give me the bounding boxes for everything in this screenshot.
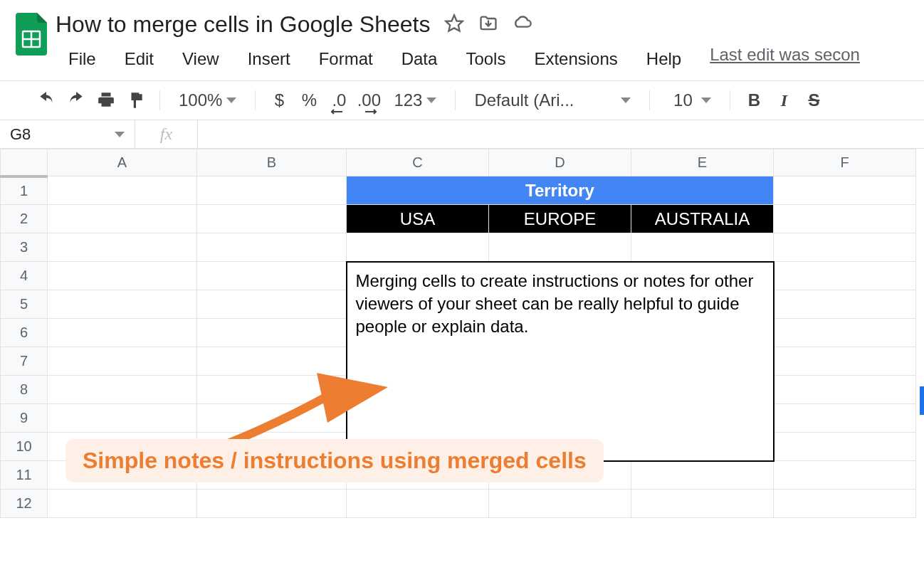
font-size-dropdown[interactable]: 10 bbox=[661, 87, 718, 114]
cell[interactable] bbox=[48, 347, 197, 376]
row-header-1[interactable]: 1 bbox=[1, 176, 48, 205]
row-header-9[interactable]: 9 bbox=[1, 404, 48, 433]
cell[interactable] bbox=[774, 376, 916, 404]
row-header-3[interactable]: 3 bbox=[1, 233, 48, 262]
cell[interactable] bbox=[48, 262, 197, 290]
grid-table[interactable]: A B C D E F 1 Territory 2 USA EUROPE AUS… bbox=[0, 149, 916, 518]
cell[interactable] bbox=[197, 490, 347, 518]
cell[interactable] bbox=[347, 461, 489, 490]
cell[interactable] bbox=[489, 461, 631, 490]
cloud-status-icon[interactable] bbox=[513, 14, 532, 33]
italic-button[interactable]: I bbox=[772, 87, 796, 114]
cell[interactable] bbox=[197, 290, 347, 319]
cell[interactable] bbox=[489, 490, 631, 518]
document-title[interactable]: How to merge cells in Google Sheets bbox=[56, 6, 430, 41]
region-cell-australia[interactable]: AUSTRALIA bbox=[631, 205, 774, 233]
row-header-10[interactable]: 10 bbox=[1, 433, 48, 461]
cell[interactable] bbox=[774, 176, 916, 205]
merged-note-cell[interactable]: Merging cells to create instructions or … bbox=[347, 262, 774, 461]
cell[interactable] bbox=[197, 376, 347, 404]
cell[interactable] bbox=[774, 490, 916, 518]
more-formats-dropdown[interactable]: 123 bbox=[387, 87, 443, 114]
menu-tools[interactable]: Tools bbox=[453, 45, 518, 73]
cell[interactable] bbox=[631, 461, 774, 490]
cell[interactable] bbox=[48, 433, 197, 461]
cell[interactable] bbox=[197, 205, 347, 233]
cell[interactable] bbox=[774, 290, 916, 319]
cell[interactable] bbox=[197, 433, 347, 461]
cell[interactable] bbox=[774, 233, 916, 262]
merged-territory-header[interactable]: Territory bbox=[347, 176, 774, 205]
region-cell-usa[interactable]: USA bbox=[347, 205, 489, 233]
cell[interactable] bbox=[197, 404, 347, 433]
cell[interactable] bbox=[197, 461, 347, 490]
print-button[interactable] bbox=[94, 87, 118, 114]
region-cell-europe[interactable]: EUROPE bbox=[489, 205, 631, 233]
menu-help[interactable]: Help bbox=[634, 45, 694, 73]
currency-button[interactable]: $ bbox=[267, 87, 291, 114]
column-header-f[interactable]: F bbox=[774, 149, 916, 176]
cell[interactable] bbox=[774, 461, 916, 490]
column-header-d[interactable]: D bbox=[489, 149, 631, 176]
percent-button[interactable]: % bbox=[297, 87, 321, 114]
menu-data[interactable]: Data bbox=[389, 45, 451, 73]
row-header-12[interactable]: 12 bbox=[1, 490, 48, 518]
menu-file[interactable]: File bbox=[56, 45, 109, 73]
row-header-2[interactable]: 2 bbox=[1, 205, 48, 233]
cell[interactable] bbox=[197, 347, 347, 376]
bold-button[interactable]: B bbox=[742, 87, 766, 114]
last-edit-link[interactable]: Last edit was secon bbox=[710, 45, 860, 73]
cell[interactable] bbox=[48, 290, 197, 319]
cell[interactable] bbox=[48, 205, 197, 233]
menu-view[interactable]: View bbox=[169, 45, 232, 73]
cell[interactable] bbox=[774, 347, 916, 376]
cell[interactable] bbox=[774, 404, 916, 433]
row-header-11[interactable]: 11 bbox=[1, 461, 48, 490]
column-header-a[interactable]: A bbox=[48, 149, 197, 176]
row-header-6[interactable]: 6 bbox=[1, 319, 48, 347]
cell[interactable] bbox=[774, 205, 916, 233]
paint-format-button[interactable] bbox=[124, 87, 148, 114]
row-header-7[interactable]: 7 bbox=[1, 347, 48, 376]
menu-format[interactable]: Format bbox=[306, 45, 386, 73]
cell[interactable] bbox=[631, 490, 774, 518]
sheets-logo-icon[interactable] bbox=[14, 13, 48, 56]
select-all-corner[interactable] bbox=[1, 149, 48, 176]
cell[interactable] bbox=[48, 404, 197, 433]
row-header-5[interactable]: 5 bbox=[1, 290, 48, 319]
increase-decimal-button[interactable]: .00 bbox=[357, 87, 381, 114]
cell[interactable] bbox=[774, 319, 916, 347]
row-header-8[interactable]: 8 bbox=[1, 376, 48, 404]
cell[interactable] bbox=[347, 490, 489, 518]
row-header-4[interactable]: 4 bbox=[1, 262, 48, 290]
decrease-decimal-button[interactable]: .0 bbox=[327, 87, 351, 114]
menu-edit[interactable]: Edit bbox=[112, 45, 167, 73]
column-header-b[interactable]: B bbox=[197, 149, 347, 176]
formula-input[interactable] bbox=[198, 120, 924, 148]
cell[interactable] bbox=[48, 376, 197, 404]
cell[interactable] bbox=[48, 319, 197, 347]
font-family-dropdown[interactable]: Default (Ari... bbox=[467, 87, 638, 114]
menu-insert[interactable]: Insert bbox=[235, 45, 303, 73]
cell[interactable] bbox=[197, 319, 347, 347]
redo-button[interactable] bbox=[64, 87, 88, 114]
cell[interactable] bbox=[197, 176, 347, 205]
cell[interactable] bbox=[197, 262, 347, 290]
zoom-dropdown[interactable]: 100% bbox=[172, 87, 243, 114]
column-header-e[interactable]: E bbox=[631, 149, 774, 176]
cell[interactable] bbox=[48, 490, 197, 518]
move-to-folder-icon[interactable] bbox=[478, 14, 498, 33]
cell[interactable] bbox=[347, 233, 489, 262]
menu-extensions[interactable]: Extensions bbox=[521, 45, 630, 73]
undo-button[interactable] bbox=[34, 87, 58, 114]
cell[interactable] bbox=[48, 461, 197, 490]
column-header-c[interactable]: C bbox=[347, 149, 489, 176]
cell[interactable] bbox=[774, 433, 916, 461]
cell[interactable] bbox=[631, 233, 774, 262]
strikethrough-button[interactable]: S bbox=[802, 87, 826, 114]
cell[interactable] bbox=[489, 233, 631, 262]
star-icon[interactable] bbox=[444, 14, 464, 33]
cell[interactable] bbox=[48, 176, 197, 205]
cell[interactable] bbox=[197, 233, 347, 262]
cell[interactable] bbox=[774, 262, 916, 290]
